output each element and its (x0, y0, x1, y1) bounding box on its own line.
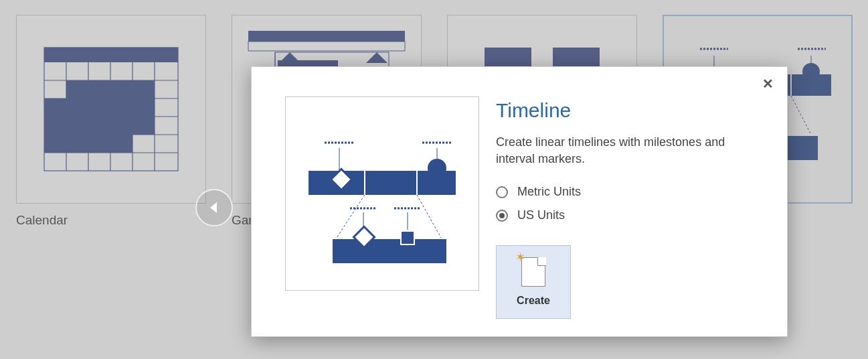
new-template-dialog: ✕ (251, 66, 788, 337)
radio-icon (496, 210, 508, 222)
svg-marker-63 (210, 202, 217, 213)
svg-rect-73 (333, 239, 446, 263)
previous-template-button[interactable] (195, 189, 233, 226)
dialog-description: Create linear timelines with milestones … (496, 134, 767, 167)
close-icon: ✕ (762, 76, 774, 92)
template-preview (285, 96, 479, 291)
svg-line-77 (417, 195, 441, 238)
dialog-title: Timeline (496, 99, 767, 122)
svg-rect-75 (401, 231, 414, 244)
units-metric-option[interactable]: Metric Units (496, 185, 767, 199)
radio-icon (496, 186, 508, 198)
svg-point-68 (428, 159, 446, 177)
units-us-option[interactable]: US Units (496, 208, 767, 222)
chevron-left-icon (207, 201, 221, 214)
close-button[interactable]: ✕ (760, 76, 775, 91)
timeline-preview-icon (295, 106, 469, 281)
units-us-label: US Units (517, 208, 565, 222)
new-document-icon (521, 257, 545, 287)
units-metric-label: Metric Units (517, 185, 581, 199)
create-button[interactable]: Create (496, 245, 571, 319)
create-button-label: Create (517, 295, 550, 307)
